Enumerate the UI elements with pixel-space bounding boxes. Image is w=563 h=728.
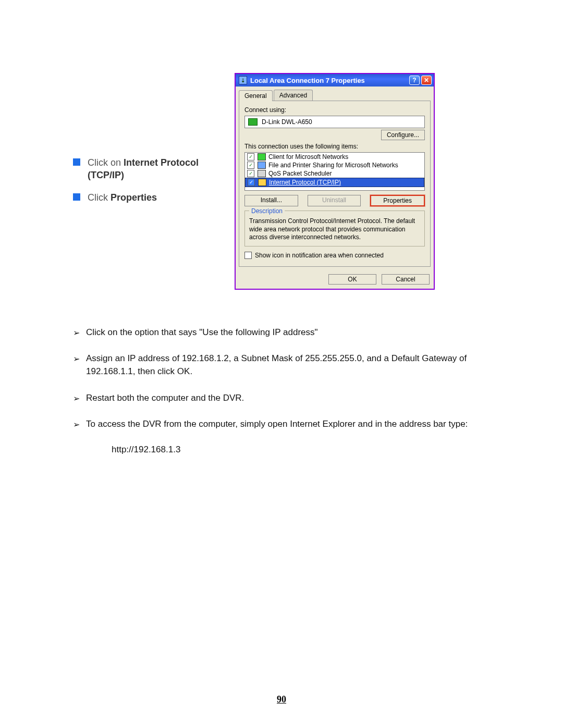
checkbox-icon[interactable] <box>247 170 254 177</box>
dialog-titlebar: ⇣ Local Area Connection 7 Properties ? ✕ <box>236 74 434 87</box>
instruction-line-1: Click on Internet Protocol (TCP/IP) <box>88 156 229 182</box>
connection-uses-label: This connection uses the following items… <box>244 143 425 150</box>
qos-icon <box>258 170 266 177</box>
step-text: Click on the option that says "Use the f… <box>86 326 500 339</box>
network-adapter-icon <box>248 118 258 126</box>
step-text: Restart both the computer and the DVR. <box>86 392 500 405</box>
help-button[interactable]: ? <box>409 76 420 85</box>
description-text: Transmission Control Protocol/Internet P… <box>249 217 420 242</box>
adapter-name: D-Link DWL-A650 <box>262 118 312 126</box>
file-sharing-icon <box>258 162 266 169</box>
item-label: QoS Packet Scheduler <box>268 170 332 177</box>
arrow-bullet-icon: ➢ <box>73 418 80 430</box>
list-item[interactable]: QoS Packet Scheduler <box>245 169 424 178</box>
instruction-2-prefix: Click <box>88 192 111 203</box>
left-instructions: Click on Internet Protocol (TCP/IP) Clic… <box>73 73 229 213</box>
instruction-line-2: Click Properties <box>88 191 157 204</box>
checkbox-icon[interactable] <box>247 153 254 161</box>
adapter-field[interactable]: D-Link DWL-A650 <box>244 116 425 128</box>
ok-button[interactable]: OK <box>328 274 376 285</box>
configure-button[interactable]: Configure... <box>381 130 425 140</box>
connection-items-list[interactable]: Client for Microsoft Networks File and P… <box>244 152 425 191</box>
step-text: To access the DVR from the computer, sim… <box>86 418 500 431</box>
client-icon <box>258 153 266 161</box>
tcpip-icon <box>258 179 266 186</box>
arrow-bullet-icon: ➢ <box>73 327 80 339</box>
dialog-tabs: General Advanced <box>236 87 434 101</box>
dialog-title: Local Area Connection 7 Properties <box>250 77 408 84</box>
example-url: http://192.168.1.3 <box>112 445 500 455</box>
dialog-body: Connect using: D-Link DWL-A650 Configure… <box>239 101 431 267</box>
list-item[interactable]: Client for Microsoft Networks <box>245 153 424 161</box>
connect-using-label: Connect using: <box>244 106 425 114</box>
checkbox-icon[interactable] <box>247 162 254 169</box>
tab-general[interactable]: General <box>239 90 273 101</box>
properties-dialog: ⇣ Local Area Connection 7 Properties ? ✕… <box>235 73 435 290</box>
checkbox-icon[interactable] <box>248 179 255 186</box>
item-label: File and Printer Sharing for Microsoft N… <box>268 162 398 169</box>
arrow-bullet-icon: ➢ <box>73 353 80 365</box>
show-icon-checkbox[interactable] <box>244 252 252 259</box>
description-legend: Description <box>249 207 285 215</box>
close-button[interactable]: ✕ <box>421 76 432 85</box>
description-fieldset: Description Transmission Control Protoco… <box>244 211 425 246</box>
instruction-steps: ➢ Click on the option that says "Use the… <box>73 326 500 455</box>
connection-icon: ⇣ <box>239 76 247 84</box>
properties-button[interactable]: Properties <box>370 195 425 206</box>
cancel-button[interactable]: Cancel <box>382 274 430 285</box>
show-icon-row[interactable]: Show icon in notification area when conn… <box>244 252 425 259</box>
item-label: Internet Protocol (TCP/IP) <box>269 179 341 186</box>
list-item[interactable]: File and Printer Sharing for Microsoft N… <box>245 161 424 169</box>
arrow-bullet-icon: ➢ <box>73 392 80 404</box>
show-icon-label: Show icon in notification area when conn… <box>255 252 384 259</box>
page-number: 90 <box>0 694 563 705</box>
instruction-2-bold: Properties <box>111 192 157 203</box>
tab-advanced[interactable]: Advanced <box>274 90 313 101</box>
item-label: Client for Microsoft Networks <box>268 153 348 161</box>
step-text: Assign an IP address of 192.168.1.2, a S… <box>86 352 500 378</box>
uninstall-button[interactable]: Uninstall <box>308 195 361 206</box>
square-bullet-icon <box>73 158 80 166</box>
instruction-1-prefix: Click on <box>88 157 124 168</box>
square-bullet-icon <box>73 193 80 201</box>
install-button[interactable]: Install... <box>244 195 298 206</box>
list-item-selected[interactable]: Internet Protocol (TCP/IP) <box>245 178 424 187</box>
